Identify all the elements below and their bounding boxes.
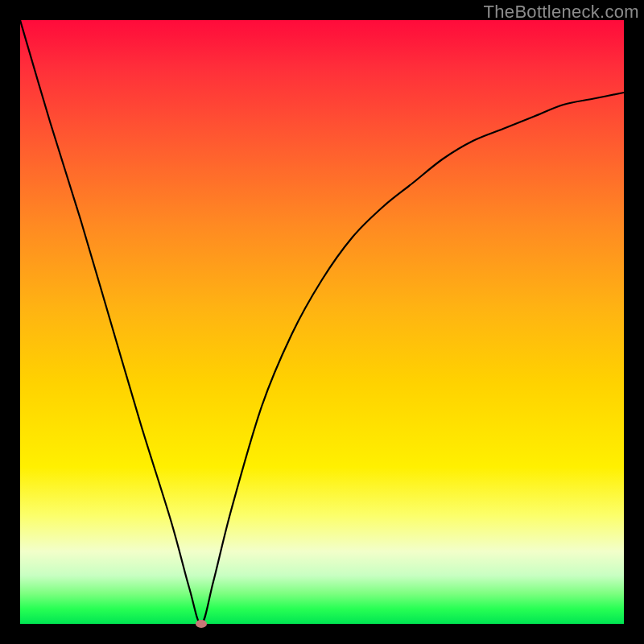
minimum-marker xyxy=(196,620,207,628)
plot-area xyxy=(20,20,624,624)
bottleneck-curve xyxy=(20,20,624,624)
watermark-text: TheBottleneck.com xyxy=(484,2,639,23)
chart-frame: TheBottleneck.com xyxy=(0,0,644,644)
